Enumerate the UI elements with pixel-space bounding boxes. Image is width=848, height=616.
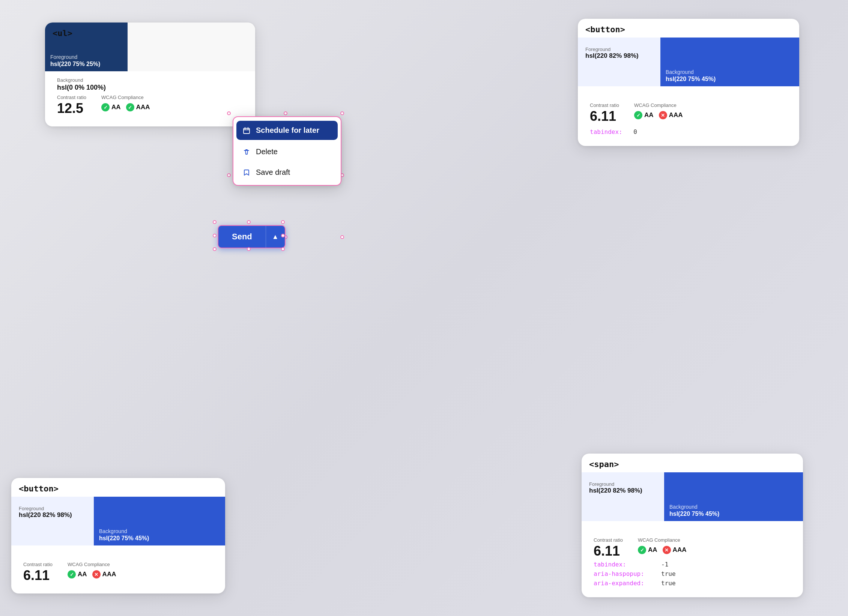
- dropdown-item-delete[interactable]: Delete: [233, 141, 341, 162]
- fg-swatch-btn-bot: [11, 497, 94, 545]
- fg-value-ul: hsl(220 75% 25%): [50, 61, 122, 68]
- svg-rect-0: [244, 128, 250, 134]
- dropdown-item-save-draft[interactable]: Save draft: [233, 162, 341, 183]
- card-ul: Foreground hsl(220 75% 25%) Background h…: [45, 23, 255, 126]
- schedule-label: Schedule for later: [256, 126, 319, 135]
- fg-swatch-span: [582, 472, 664, 521]
- bg-swatch-btn-bot: Background hsl(220 75% 45%): [94, 497, 225, 545]
- card-tag-button-bot: <button>: [19, 484, 59, 493]
- bookmark-icon: [242, 169, 251, 176]
- bg-value-swatch-btn-top: hsl(220 75% 45%): [666, 76, 794, 83]
- bg-swatch-ul: [128, 23, 255, 71]
- fg-label-ul: Foreground: [50, 54, 122, 60]
- contrast-value-ul: 12.5: [57, 101, 86, 116]
- aria-haspopup-row: aria-haspopup: true: [594, 570, 791, 577]
- card-button-top: <button> Background hsl(220 75% 45%) For…: [578, 19, 799, 146]
- card-tag-button-top: <button>: [585, 25, 625, 34]
- card-tag-span: <span>: [589, 460, 619, 469]
- trash-icon: [242, 148, 251, 156]
- bg-label-ul: Background: [57, 77, 140, 83]
- save-draft-label: Save draft: [256, 168, 290, 177]
- wcag-label-ul: WCAG Compliance: [101, 95, 150, 100]
- aaa-pass-icon-ul: ✓: [126, 103, 134, 111]
- aria-expanded-row: aria-expanded: true: [594, 580, 791, 587]
- bg-swatch-btn-top: Background hsl(220 75% 45%): [660, 38, 799, 86]
- send-button[interactable]: Send: [218, 226, 266, 248]
- bg-swatch-span: Background hsl(220 75% 45%): [664, 472, 803, 521]
- contrast-label-ul: Contrast ratio: [57, 95, 86, 100]
- bg-value-ul: hsl(0 0% 100%): [57, 84, 140, 92]
- dropdown-item-schedule[interactable]: Schedule for later: [236, 121, 338, 140]
- card-button-bot: <button> Background hsl(220 75% 45%) For…: [11, 478, 225, 593]
- fg-swatch-btn-top: [578, 38, 660, 86]
- card-tag-ul: <ul>: [53, 29, 72, 38]
- send-button-group[interactable]: Send ▲: [218, 225, 286, 248]
- tabindex-row-btn-top: tabindex: 0: [590, 128, 787, 135]
- tabindex-row-span: tabindex: -1: [594, 561, 791, 568]
- bg-label-swatch-btn-top: Background: [666, 69, 794, 75]
- aaa-badge-ul: ✓ AAA: [126, 103, 150, 111]
- dropdown-menu: Schedule for later Delete Save draft: [233, 116, 341, 186]
- delete-label: Delete: [256, 147, 278, 156]
- calendar-icon: [242, 127, 251, 134]
- send-arrow-button[interactable]: ▲: [266, 226, 285, 248]
- aa-badge-ul: ✓ AA: [101, 103, 121, 111]
- chevron-up-icon: ▲: [272, 233, 279, 241]
- aa-pass-icon-ul: ✓: [101, 103, 110, 111]
- card-span: <span> Background hsl(220 75% 45%) Foreg…: [582, 454, 803, 597]
